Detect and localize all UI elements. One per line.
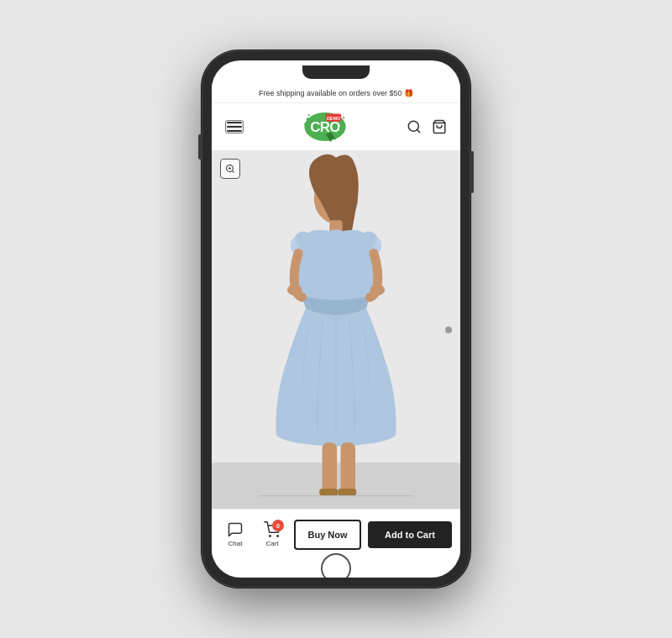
svg-point-7 bbox=[304, 123, 306, 125]
cart-header-icon bbox=[432, 119, 447, 134]
svg-point-9 bbox=[343, 117, 344, 118]
chat-label: Chat bbox=[228, 540, 243, 547]
svg-point-30 bbox=[277, 536, 279, 537]
svg-point-5 bbox=[307, 118, 309, 120]
product-image bbox=[212, 150, 460, 509]
phone-frame: Free shipping available on orders over $… bbox=[202, 50, 470, 588]
home-button[interactable] bbox=[321, 553, 351, 578]
hamburger-line-1 bbox=[227, 122, 242, 123]
buy-now-label: Buy Now bbox=[307, 530, 347, 540]
svg-rect-24 bbox=[323, 442, 338, 493]
svg-line-12 bbox=[417, 129, 419, 132]
bottom-action-bar: Chat 0 Cart Buy Now Add to Cart bbox=[212, 509, 460, 559]
svg-point-6 bbox=[308, 114, 310, 116]
screen-content: Free shipping available on orders over $… bbox=[212, 84, 460, 559]
logo-svg: CRO DEMO bbox=[302, 110, 349, 144]
svg-text:CRO: CRO bbox=[310, 119, 340, 135]
hamburger-menu[interactable] bbox=[225, 120, 244, 133]
product-image-area bbox=[212, 150, 460, 509]
buy-now-button[interactable]: Buy Now bbox=[294, 520, 361, 550]
svg-point-29 bbox=[270, 536, 271, 537]
phone-top-bar bbox=[212, 60, 460, 84]
phone-screen: Free shipping available on orders over $… bbox=[212, 60, 460, 578]
cart-bottom-button[interactable]: 0 Cart bbox=[257, 521, 287, 547]
svg-point-22 bbox=[287, 285, 302, 295]
scroll-indicator bbox=[445, 327, 452, 333]
svg-line-15 bbox=[232, 170, 234, 172]
zoom-icon bbox=[225, 164, 235, 174]
svg-point-10 bbox=[339, 127, 341, 128]
zoom-button[interactable] bbox=[220, 159, 240, 179]
chat-icon bbox=[227, 521, 244, 538]
svg-rect-25 bbox=[340, 442, 355, 493]
notch bbox=[302, 65, 370, 79]
cart-badge: 0 bbox=[272, 520, 284, 531]
svg-point-23 bbox=[370, 285, 386, 295]
announcement-bar: Free shipping available on orders over $… bbox=[212, 84, 460, 103]
svg-text:DEMO: DEMO bbox=[327, 116, 340, 121]
header: CRO DEMO bbox=[212, 103, 460, 150]
dress-illustration bbox=[212, 150, 460, 509]
logo[interactable]: CRO DEMO bbox=[302, 110, 349, 144]
svg-point-8 bbox=[340, 120, 343, 123]
add-to-cart-label: Add to Cart bbox=[385, 530, 435, 540]
cart-header-button[interactable] bbox=[432, 119, 447, 134]
svg-rect-27 bbox=[338, 489, 356, 496]
announcement-text: Free shipping available on orders over $… bbox=[259, 89, 413, 97]
chat-button[interactable]: Chat bbox=[220, 521, 250, 547]
home-indicator bbox=[212, 559, 460, 578]
search-button[interactable] bbox=[407, 119, 422, 134]
svg-rect-26 bbox=[319, 489, 338, 496]
search-icon bbox=[407, 119, 422, 134]
cart-label: Cart bbox=[265, 540, 278, 547]
header-icons bbox=[407, 119, 447, 134]
hamburger-line-2 bbox=[227, 126, 242, 128]
add-to-cart-button[interactable]: Add to Cart bbox=[368, 521, 452, 548]
hamburger-line-3 bbox=[227, 130, 242, 132]
